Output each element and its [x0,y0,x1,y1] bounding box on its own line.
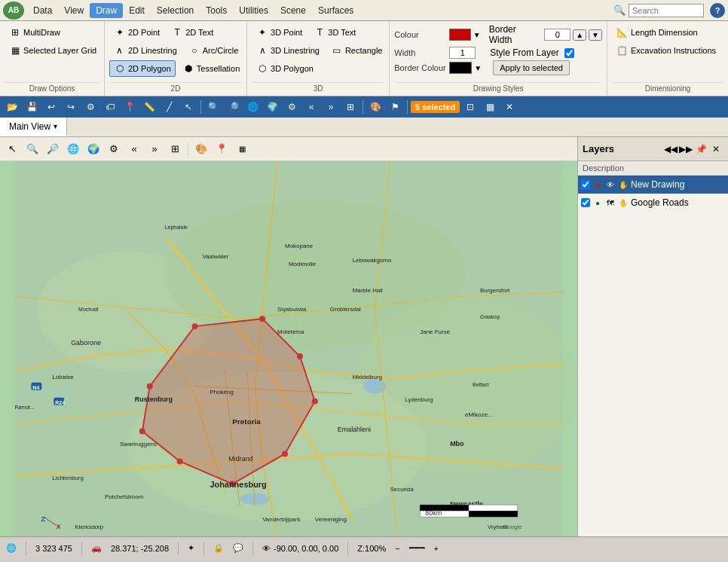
zoom-in-button[interactable]: 🔍 [204,99,222,115]
2d-text-button[interactable]: T 2D Text [167,24,218,41]
excavation-instructions-button[interactable]: 📋 Excavation Instructions [612,42,720,59]
draw-options-label: Draw Options [5,82,99,93]
menu-scene[interactable]: Scene [274,3,312,18]
3d-point-button[interactable]: ✦ 3D Point [252,24,307,41]
status-minus-item[interactable]: − [395,544,399,553]
status-bar: 🌐 3 323 475 🚗 28.371; -25.208 ✦ 🔒 💬 👁 -9… [0,536,728,559]
tessellation-icon: ⬢ [182,63,194,75]
selected-layer-grid-button[interactable]: ▦ Selected Layer Grid [5,42,101,59]
menu-view[interactable]: View [58,3,90,18]
layers-back-button[interactable]: ◀◀ [663,142,678,157]
border-colour-picker[interactable] [449,62,472,74]
colour-dropdown-arrow[interactable]: ▼ [473,31,481,39]
apply-to-selected-button[interactable]: Apply to selected [493,60,570,75]
globe2-button[interactable]: 🌍 [263,99,281,115]
location-button[interactable]: 📍 [121,99,139,115]
redo-button[interactable]: ↪ [62,99,80,115]
map-globe-tool[interactable]: 🌐 [64,141,82,157]
gear-button[interactable]: ⚙ [283,99,301,115]
layer-item-new-drawing[interactable]: ● 👁 ✋ New Drawing [578,176,728,194]
menu-data[interactable]: Data [27,3,58,18]
search-input[interactable] [629,4,704,17]
expand-button[interactable]: ⊡ [461,99,479,115]
3d-polygon-button[interactable]: ⬡ 3D Polygon [252,60,318,77]
svg-text:Marble Hall: Marble Hall [353,287,383,294]
length-dimension-button[interactable]: 📐 Length Dimension [612,24,702,41]
map-extra-tool[interactable]: ▦ [233,141,251,157]
3d-row3: ⬡ 3D Polygon [252,60,384,77]
map-globe2-tool[interactable]: 🌍 [84,141,102,157]
undo-button[interactable]: ↩ [42,99,60,115]
border-width-input[interactable] [544,29,570,41]
menu-surfaces[interactable]: Surfaces [312,3,359,18]
status-slider-item[interactable]: ━━━ [409,543,425,553]
menu-edit[interactable]: Edit [123,3,151,18]
back-button[interactable]: « [302,99,320,115]
multidraw-button[interactable]: ⊞ MultiDraw [5,24,65,41]
3d-linestring-button[interactable]: ∧ 3D Linestring [252,42,324,59]
file-open-button[interactable]: 📂 [3,99,21,115]
layer-google-roads-checkbox[interactable] [581,198,590,207]
layers-forward-button[interactable]: ▶▶ [678,142,693,157]
arc-circle-button[interactable]: ○ Arc/Circle [184,42,243,59]
map-back-tool[interactable]: « [125,141,143,157]
map-zoom-out-tool[interactable]: 🔎 [44,141,62,157]
dimensioning-label: Dimensioning [612,82,723,93]
toolbar-divider-2 [362,100,363,114]
main-view-tab[interactable]: Main View ▾ [0,118,67,136]
map-pin-tool[interactable]: 📍 [213,141,231,157]
svg-text:Lebowakgomo: Lebowakgomo [353,257,392,264]
layers-pin-button[interactable]: 📌 [693,142,708,157]
table-button[interactable]: ▦ [481,99,499,115]
tag-button[interactable]: 🏷 [101,99,119,115]
map-select-tool[interactable]: ↖ [3,141,21,157]
zoom-out-button[interactable]: 🔎 [224,99,242,115]
svg-text:Google: Google [503,524,522,530]
map-canvas[interactable]: Gaborone Lobatse Mochudi Rustenburg Pret… [0,161,577,536]
map-zoom-in-tool[interactable]: 🔍 [23,141,41,157]
map-forward-tool[interactable]: » [145,141,164,157]
map-grid-tool[interactable]: ⊞ [166,141,184,157]
border-colour-dropdown-arrow[interactable]: ▼ [474,64,482,72]
border-width-up[interactable]: ▲ [573,29,586,41]
grid-button[interactable]: ⊞ [341,99,359,115]
tab-close-icon[interactable]: ▾ [54,122,57,130]
status-divider-1 [26,542,26,555]
globe-button[interactable]: 🌐 [243,99,262,115]
tessellation-button[interactable]: ⬢ Tessellation [178,60,244,77]
layer-item-google-roads[interactable]: ● 🗺 ✋ Google Roads [578,194,728,212]
map-toolbar: ↖ 🔍 🔎 🌐 🌍 ⚙ « » ⊞ 🎨 📍 ▦ [0,137,577,161]
menu-utilities[interactable]: Utilities [233,3,274,18]
layer-new-drawing-checkbox[interactable] [581,180,590,189]
map-layer-color-tool[interactable]: 🎨 [192,141,210,157]
3d-text-button[interactable]: T 3D Text [309,24,360,41]
layer-color-button[interactable]: 🎨 [366,99,384,115]
2d-point-button[interactable]: ✦ 2D Point [109,24,164,41]
status-rotation: -90.00, 0.00, 0.00 [274,544,338,553]
menu-draw[interactable]: Draw [90,3,123,18]
measure-button[interactable]: 📏 [140,99,158,115]
map-settings-tool[interactable]: ⚙ [105,141,123,157]
layers-close-button[interactable]: ✕ [708,142,723,157]
style-from-layer-checkbox[interactable] [564,48,574,58]
rectangle-button[interactable]: ▭ Rectangle [326,42,387,59]
layer-google-roads-icon: ● [592,197,603,208]
help-button[interactable]: ? [710,3,725,18]
flag-button[interactable]: ⚑ [386,99,404,115]
select-tool-button[interactable]: ↖ [179,99,197,115]
colour-picker[interactable] [449,29,471,41]
tab-bar: Main View ▾ [0,118,728,137]
save-button[interactable]: 💾 [23,99,41,115]
status-plus-item[interactable]: + [434,544,439,553]
2d-polygon-button[interactable]: ⬡ 2D Polygon [109,60,176,77]
menu-selection[interactable]: Selection [151,3,200,18]
settings-button[interactable]: ⚙ [81,99,99,115]
border-width-down[interactable]: ▼ [589,29,602,41]
export-button[interactable]: ✕ [500,99,518,115]
2d-tool-rows: ✦ 2D Point T 2D Text ∧ 2D Linestring ○ A… [109,24,242,82]
line-draw-button[interactable]: ╱ [160,99,178,115]
2d-linestring-button[interactable]: ∧ 2D Linestring [109,42,182,59]
menu-tools[interactable]: Tools [200,3,233,18]
forward-button[interactable]: » [322,99,340,115]
width-input[interactable] [449,47,476,59]
